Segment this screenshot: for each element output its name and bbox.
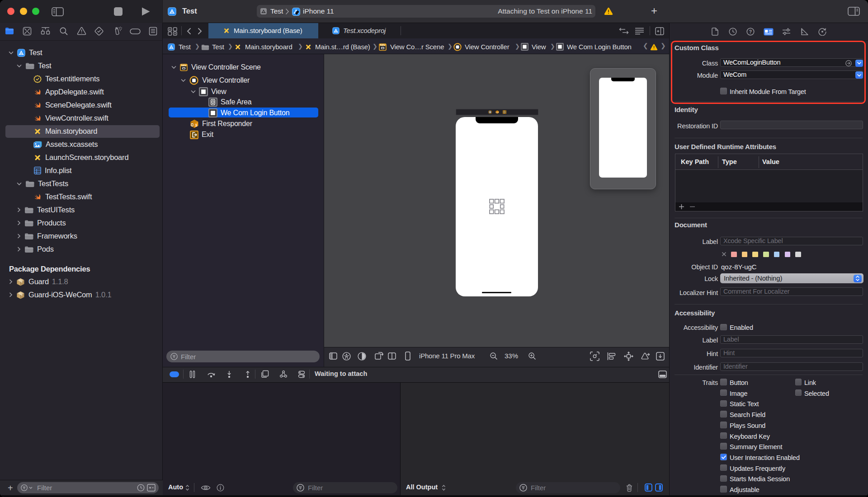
svg-text:?: ? bbox=[749, 29, 752, 34]
